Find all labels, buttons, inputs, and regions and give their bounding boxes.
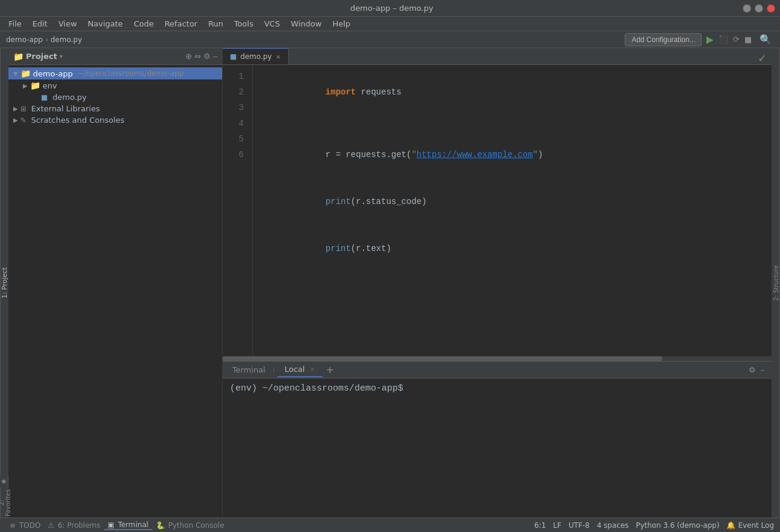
terminal-tab-local[interactable]: Local × xyxy=(277,362,323,377)
python-console-tab[interactable]: 🐍 Python Console xyxy=(152,521,228,530)
status-bar-right: 6:1 LF UTF-8 4 spaces Python 3.6 (demo-a… xyxy=(534,521,774,530)
project-locate-button[interactable]: ⊕ xyxy=(185,52,192,61)
tree-item-demo-app[interactable]: ▼ 📁 demo-app ~/openclassrooms/demo-app xyxy=(8,67,222,79)
breadcrumb-toolbar-row: demo-app › demo.py Add Configuration... … xyxy=(0,31,780,48)
code-container: 1 2 3 4 5 6 import requests r xyxy=(223,65,772,356)
tree-item-env[interactable]: ▶ 📁 env xyxy=(8,79,222,91)
scrollbar-thumb xyxy=(223,356,662,361)
project-minimize-button[interactable]: – xyxy=(213,52,217,61)
project-folder-icon: 📁 xyxy=(13,52,23,61)
minimize-button[interactable] xyxy=(743,4,751,13)
menu-code[interactable]: Code xyxy=(129,18,158,29)
project-panel-title[interactable]: 📁 Project ▾ xyxy=(13,52,63,61)
editor-tab-demo-py[interactable]: ■ demo.py × xyxy=(223,48,289,64)
favorites-star[interactable]: ★ xyxy=(0,475,8,487)
menu-edit[interactable]: Edit xyxy=(28,18,52,29)
file-ok-icon: ✓ xyxy=(758,52,767,64)
editor-tabs: ■ demo.py × ✓ xyxy=(223,48,772,65)
local-tab-close[interactable]: × xyxy=(309,365,315,373)
tree-item-external-libraries[interactable]: ▶ ⊞ External Libraries xyxy=(8,103,222,114)
todo-icon: ≡ xyxy=(10,521,16,530)
close-button[interactable] xyxy=(767,4,775,13)
env-folder-icon: 📁 xyxy=(30,81,40,90)
tree-item-env-label: env xyxy=(43,81,57,90)
menu-view[interactable]: View xyxy=(54,18,82,29)
python-version[interactable]: Python 3.6 (demo-app) xyxy=(636,521,720,530)
code-editor[interactable]: import requests r = requests.get("https:… xyxy=(253,65,772,356)
menu-navigate[interactable]: Navigate xyxy=(83,18,128,29)
py-file-icon: ■ xyxy=(41,93,48,102)
add-configuration-button[interactable]: Add Configuration... xyxy=(625,33,702,46)
indentation[interactable]: 4 spaces xyxy=(597,521,629,530)
terminal-separator: : xyxy=(273,366,275,374)
search-button[interactable]: 🔍 xyxy=(756,34,775,45)
menu-run[interactable]: Run xyxy=(203,18,228,29)
todo-tab[interactable]: ≡ TODO xyxy=(6,521,44,530)
line-ending[interactable]: LF xyxy=(553,521,562,530)
file-tree: ▼ 📁 demo-app ~/openclassrooms/demo-app ▶… xyxy=(8,65,222,518)
terminal-minimize-icon[interactable]: – xyxy=(758,365,767,374)
tab-label: demo.py xyxy=(240,52,271,61)
line-num-6: 6 xyxy=(223,147,244,162)
kw-print-1: print xyxy=(326,197,351,206)
code-line-5: print(r.text) xyxy=(265,225,772,272)
local-tab-label: Local xyxy=(285,365,305,374)
debug-button[interactable]: ⬛ xyxy=(717,35,730,44)
tab-py-icon: ■ xyxy=(230,52,237,61)
tree-item-scratches-label: Scratches and Consoles xyxy=(31,116,125,125)
project-settings-button[interactable]: ⚙ xyxy=(203,52,211,61)
menu-help[interactable]: Help xyxy=(327,18,355,29)
menu-bar: File Edit View Navigate Code Refactor Ru… xyxy=(0,17,780,31)
menu-refactor[interactable]: Refactor xyxy=(159,18,202,29)
menu-tools[interactable]: Tools xyxy=(229,18,258,29)
structure-side-label[interactable]: 2: Structure xyxy=(772,48,780,518)
toolbar-right: Add Configuration... ▶ ⬛ ⟳ ■ 🔍 xyxy=(625,33,780,46)
encoding[interactable]: UTF-8 xyxy=(569,521,590,530)
expand-icon: ▼ xyxy=(13,70,18,77)
expand-icon-scratch: ▶ xyxy=(13,117,18,123)
line-numbers: 1 2 3 4 5 6 xyxy=(223,65,253,356)
tree-item-label: demo-app xyxy=(33,69,73,78)
star-icon: ★ xyxy=(1,477,7,486)
coverage-button[interactable]: ⟳ xyxy=(731,35,741,44)
sidebar-project-label[interactable]: 1: Project xyxy=(0,48,8,518)
cursor-position[interactable]: 6:1 xyxy=(534,521,546,530)
tree-item-path: ~/openclassrooms/demo-app xyxy=(78,69,184,78)
print-args-2: (r.text) xyxy=(351,244,391,253)
event-log[interactable]: 🔔 Event Log xyxy=(726,521,774,530)
app-layout: demo-app – demo.py File Edit View Naviga… xyxy=(0,0,780,532)
terminal-add-tab[interactable]: + xyxy=(323,364,338,376)
horizontal-scrollbar[interactable] xyxy=(223,356,772,361)
menu-file[interactable]: File xyxy=(4,18,26,29)
project-panel-header: 📁 Project ▾ ⊕ ⇔ ⚙ – xyxy=(8,48,222,65)
terminal-tab-status[interactable]: ▣ Terminal xyxy=(104,521,152,530)
menu-vcs[interactable]: VCS xyxy=(259,18,285,29)
project-collapse-button[interactable]: ⇔ xyxy=(194,52,201,61)
problems-tab[interactable]: ⚠ 6: Problems xyxy=(44,521,104,530)
maximize-button[interactable] xyxy=(755,4,763,13)
tree-item-scratches[interactable]: ▶ ✎ Scratches and Consoles xyxy=(8,114,222,126)
scratch-icon: ✎ xyxy=(20,116,26,125)
event-log-icon: 🔔 xyxy=(726,521,735,530)
terminal-content[interactable]: (env) ~/openclassrooms/demo-app$ xyxy=(223,379,772,518)
tree-item-demo-py[interactable]: ■ demo.py xyxy=(8,91,222,103)
keyword-import: import xyxy=(326,87,356,97)
project-panel-icons: ⊕ ⇔ ⚙ – xyxy=(185,52,217,61)
status-bar: ≡ TODO ⚠ 6: Problems ▣ Terminal 🐍 Python… xyxy=(0,518,780,532)
kw-print-2: print xyxy=(326,244,351,253)
breadcrumb-file[interactable]: demo.py xyxy=(51,36,82,44)
content-area: 1: Project 📁 Project ▾ ⊕ ⇔ ⚙ – xyxy=(0,48,780,518)
favorites-side-label[interactable]: 2: Favorites xyxy=(0,487,8,518)
menu-window[interactable]: Window xyxy=(286,18,326,29)
str-open-quote: " xyxy=(412,150,416,159)
paren-close: ) xyxy=(538,150,543,159)
terminal-settings-icon[interactable]: ⚙ xyxy=(746,365,758,374)
breadcrumb-root[interactable]: demo-app xyxy=(6,36,43,44)
project-dropdown-icon[interactable]: ▾ xyxy=(60,53,63,60)
tab-close-button[interactable]: × xyxy=(276,53,281,61)
run-button[interactable]: ▶ xyxy=(704,34,715,45)
terminal-tab-bar: Terminal : Local × + ⚙ – xyxy=(223,362,772,379)
stop-button[interactable]: ■ xyxy=(743,35,754,44)
tree-item-external-label: External Libraries xyxy=(31,104,100,113)
line-num-4: 4 xyxy=(223,116,244,131)
